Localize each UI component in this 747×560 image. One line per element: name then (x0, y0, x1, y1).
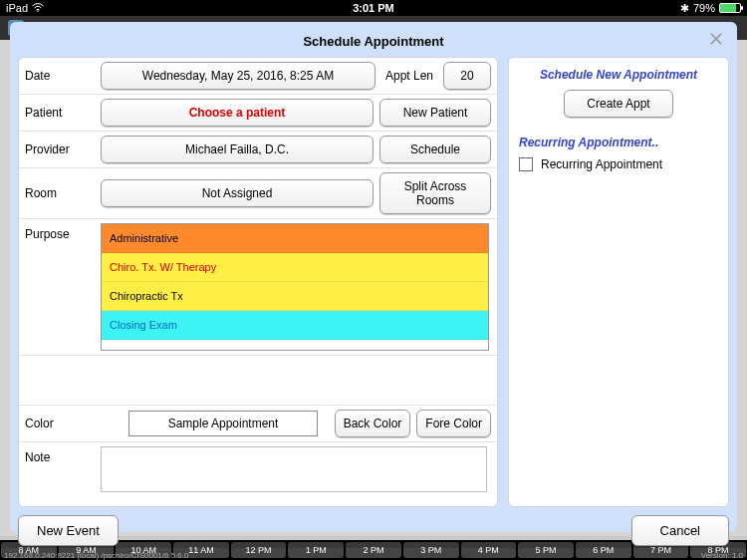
label-date: Date (19, 61, 95, 91)
create-appt-button[interactable]: Create Appt (564, 90, 672, 118)
device-label: iPad (6, 2, 28, 14)
purpose-item[interactable]: Administrative (102, 224, 488, 253)
label-patient: Patient (19, 98, 95, 128)
label-purpose: Purpose (19, 219, 95, 249)
provider-button[interactable]: Michael Failla, D.C. (101, 136, 374, 163)
label-appt-len: Appt Len (381, 69, 437, 83)
purpose-item[interactable]: Chiro. Tx. W/ Therapy (102, 253, 488, 282)
wifi-icon (32, 2, 44, 14)
modal-title: Schedule Appointment (303, 34, 443, 49)
color-sample-box: Sample Appointment (128, 411, 318, 436)
side-heading-new: Schedule New Appointment (519, 68, 718, 82)
recurring-label: Recurring Appointment (541, 157, 662, 171)
new-patient-button[interactable]: New Patient (379, 99, 491, 127)
purpose-list[interactable]: AdministrativeChiro. Tx. W/ TherapyChiro… (101, 223, 489, 351)
schedule-button[interactable]: Schedule (379, 136, 491, 163)
purpose-item[interactable]: Chiropractic Tx (102, 282, 488, 311)
ios-status-bar: iPad 3:01 PM ✱ 79% (0, 0, 747, 16)
bg-footer-right: Version: 1.0 (701, 551, 743, 560)
battery-icon (719, 3, 741, 13)
side-panel: Schedule New Appointment Create Appt Rec… (508, 57, 729, 507)
note-textarea[interactable] (101, 446, 487, 492)
close-icon[interactable] (707, 30, 725, 48)
svg-point-0 (37, 10, 39, 12)
side-heading-recurring: Recurring Appointment.. (519, 136, 718, 149)
label-room: Room (19, 178, 95, 208)
schedule-appointment-modal: Schedule Appointment Date Wednesday, May… (10, 22, 737, 532)
split-rooms-button[interactable]: Split Across Rooms (379, 172, 491, 214)
appt-len-button[interactable]: 20 (443, 62, 491, 90)
choose-patient-button[interactable]: Choose a patient (101, 99, 374, 127)
bg-footer-left: 192.168.0.240:8221 (local) /pschiro/CIS0… (4, 551, 188, 560)
bluetooth-icon: ✱ (680, 2, 689, 15)
date-button[interactable]: Wednesday, May 25, 2016, 8:25 AM (101, 62, 375, 90)
purpose-item[interactable]: Closing Exam (102, 311, 488, 340)
recurring-checkbox[interactable] (519, 157, 533, 171)
appointment-form-panel: Date Wednesday, May 25, 2016, 8:25 AM Ap… (18, 57, 498, 507)
label-color: Color (19, 409, 95, 438)
cancel-button[interactable]: Cancel (631, 515, 729, 546)
label-note: Note (19, 442, 95, 472)
status-time: 3:01 PM (251, 2, 496, 14)
fore-color-button[interactable]: Fore Color (416, 410, 491, 437)
room-button[interactable]: Not Assigned (101, 179, 374, 207)
new-event-button[interactable]: New Event (18, 515, 119, 546)
battery-percent: 79% (693, 2, 715, 14)
label-provider: Provider (19, 135, 95, 164)
back-color-button[interactable]: Back Color (335, 410, 411, 437)
